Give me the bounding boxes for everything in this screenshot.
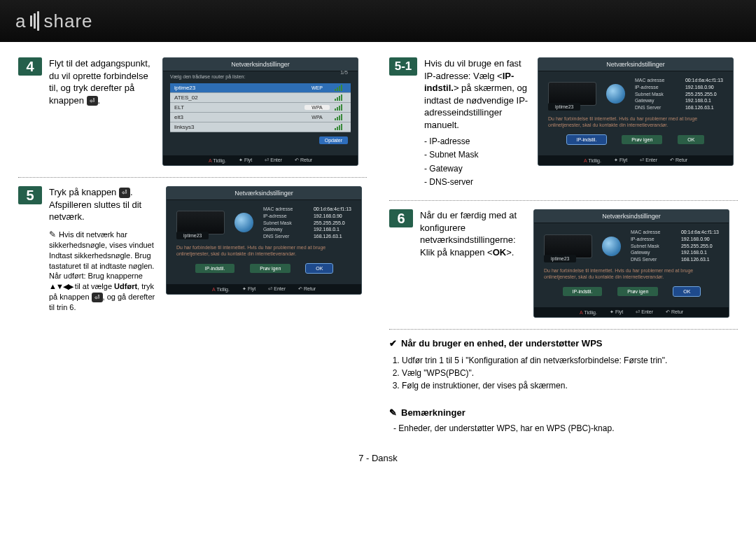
step-5-1: 5-1 Hvis du vil bruge en fast IP-adresse… xyxy=(389,57,738,201)
list-item: Subnet Mask xyxy=(424,148,529,162)
enter-icon: ⏎ xyxy=(87,96,98,106)
check-icon: ✔ xyxy=(389,338,397,349)
ip-settings-button: IP-indstil. xyxy=(195,264,235,273)
screen-navbar: ATidlig. ✦Flyt ⏎Enter ↶Retur xyxy=(534,307,729,317)
remarks-heading: ✎Bemærkninger xyxy=(389,407,738,418)
update-button: Opdater xyxy=(319,136,348,144)
screen-subtitle: Vælg den trådløse router på listen: xyxy=(163,71,358,82)
screenshot-ip-settings: Netværksindstillinger MAC adresse00:1d:6… xyxy=(538,57,734,166)
network-info-table: MAC adresse00:1d:6a:4c:f1:13 IP-adresse1… xyxy=(635,77,723,111)
arrow-keys-icon: ▲▼◀▶ xyxy=(49,282,73,290)
list-item: Vælg "WPS(PBC)". xyxy=(402,367,738,379)
step5-text: Tryk på knappen ⏎. Afspilleren sluttes t… xyxy=(49,186,158,313)
globe-icon xyxy=(234,213,253,232)
screenshot-ok: Netværksindstillinger MAC adresse00:1d:6… xyxy=(533,209,729,318)
note-icon: ✎ xyxy=(389,407,397,418)
router-row: ATES_02 xyxy=(170,93,351,103)
ssid-label: iptime23 xyxy=(176,232,209,239)
step-5: 5 Tryk på knappen ⏎. Afspilleren sluttes… xyxy=(18,186,367,324)
step-number: 6 xyxy=(389,209,413,227)
list-item: DNS-server xyxy=(424,176,529,189)
step5-1-text: Hvis du vil bruge en fast IP-adresse: Væ… xyxy=(424,57,529,189)
brand-logo: a share xyxy=(15,10,93,32)
wps-section: ✔Når du bruger en enhed, der understøtte… xyxy=(389,338,738,433)
ssid-label: iptime23 xyxy=(544,255,576,262)
ssid-label: iptime23 xyxy=(548,103,580,111)
list-item: Udfør trin 1 til 5 i "Konfiguration af d… xyxy=(402,354,738,367)
list-item: IP-adresse xyxy=(424,135,529,148)
step-4: 4 Flyt til det adgangspunkt, du vil opre… xyxy=(18,57,367,178)
right-column: 5-1 Hvis du vil bruge en fast IP-adresse… xyxy=(389,57,738,433)
ok-button: OK xyxy=(678,135,704,144)
step-number: 4 xyxy=(18,57,42,76)
screen-title: Netværksindstillinger xyxy=(534,210,729,223)
ok-button: OK xyxy=(673,287,700,296)
retry-button: Prøv igen xyxy=(250,264,290,273)
connection-message: Du har forbindelse til internettet. Hvis… xyxy=(538,111,733,128)
router-row: elt3WPA xyxy=(170,113,351,122)
step6-text: Når du er færdig med at konfigurere netv… xyxy=(420,209,525,318)
step-number: 5-1 xyxy=(389,57,417,76)
step5-note: ✎Hvis dit netværk har sikkerhedsnøgle, v… xyxy=(49,229,158,313)
ip-settings-button: IP-indstil. xyxy=(567,135,607,144)
logo-bars-icon xyxy=(30,11,39,31)
step-6: 6 Når du er færdig med at konfigurere ne… xyxy=(389,209,738,330)
router-row: linksys3 xyxy=(170,122,351,132)
ok-button: OK xyxy=(306,264,332,273)
wps-heading: ✔Når du bruger en enhed, der understøtte… xyxy=(389,338,738,349)
step-number: 5 xyxy=(18,186,42,204)
connection-message: Du har forbindelse til internettet. Hvis… xyxy=(167,240,361,257)
network-info-table: MAC adresse00:1d:6a:4c:f1:13 IP-adresse1… xyxy=(631,229,719,263)
retry-button: Prøv igen xyxy=(617,287,658,296)
note-icon: ✎ xyxy=(49,230,56,239)
screen-navbar: ATidlig. ✦Flyt ⏎Enter ↶Retur xyxy=(163,155,358,165)
screen-navbar: ATidlig. ✦Flyt ⏎Enter ↶Retur xyxy=(167,284,361,294)
screen-title: Netværksindstillinger xyxy=(163,58,358,71)
screen-title: Netværksindstillinger xyxy=(167,187,361,200)
logo-left: a xyxy=(15,10,26,32)
router-row: iptime23WEP xyxy=(170,83,351,93)
ip-settings-button: IP-indstil. xyxy=(563,287,603,296)
screen-navbar: ATidlig. ✦Flyt ⏎Enter ↶Retur xyxy=(538,155,733,165)
router-row: ELTWPA xyxy=(170,103,351,113)
logo-right: share xyxy=(43,10,92,32)
page-body: 4 Flyt til det adgangspunkt, du vil opre… xyxy=(0,42,756,440)
globe-icon xyxy=(606,84,625,104)
app-header: a share xyxy=(0,0,756,42)
left-column: 4 Flyt til det adgangspunkt, du vil opre… xyxy=(18,57,367,433)
enter-icon: ⏎ xyxy=(92,293,103,302)
remark-item: Enheder, der understøtter WPS, har en WP… xyxy=(389,423,738,433)
list-item: Følg de instruktioner, der vises på skær… xyxy=(402,379,738,392)
globe-icon xyxy=(602,237,621,256)
router-list: iptime23WEP ATES_02 ELTWPA elt3WPA links… xyxy=(170,83,351,132)
page-count: 1/5 xyxy=(340,69,348,76)
screen-title: Netværksindstillinger xyxy=(538,58,733,71)
retry-button: Prøv igen xyxy=(622,135,662,144)
screenshot-connected: Netværksindstillinger MAC adresse00:1d:6… xyxy=(166,186,362,295)
wps-steps-list: Udfør trin 1 til 5 i "Konfiguration af d… xyxy=(389,354,738,392)
page-number: 7 - Dansk xyxy=(0,453,756,463)
ip-fields-list: IP-adresse Subnet Mask Gateway DNS-serve… xyxy=(424,135,529,189)
network-info-table: MAC adresse00:1d:6a:4c:f1:13 IP-adresse1… xyxy=(263,206,351,240)
list-item: Gateway xyxy=(424,162,529,176)
enter-icon: ⏎ xyxy=(119,188,130,197)
step4-text: Flyt til det adgangspunkt, du vil oprett… xyxy=(49,57,154,166)
screenshot-router-list: Netværksindstillinger Vælg den trådløse … xyxy=(162,57,358,166)
connection-message: Du har forbindelse til internettet. Hvis… xyxy=(534,263,729,280)
